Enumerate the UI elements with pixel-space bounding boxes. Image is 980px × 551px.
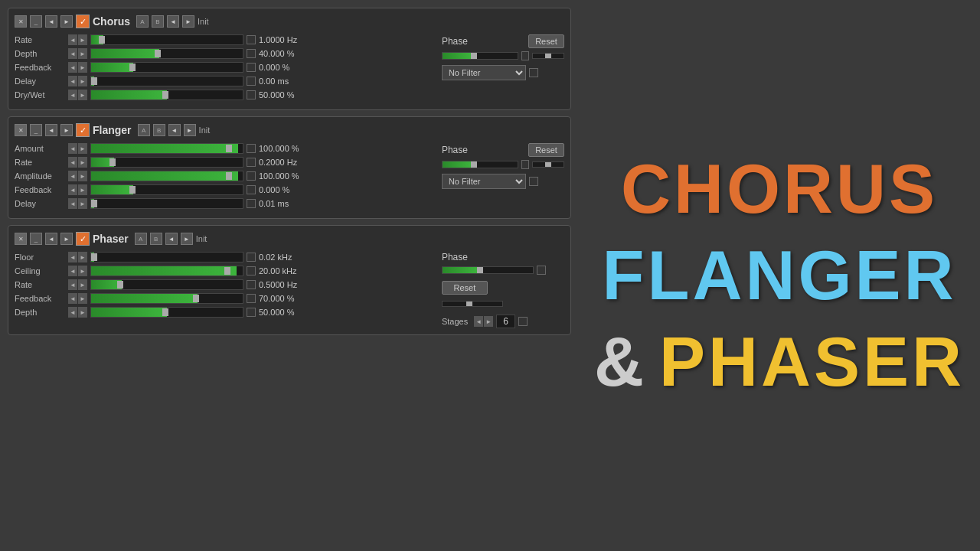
chorus-phase-slider[interactable] [442,52,518,60]
chorus-rate-dec[interactable]: ◄ [68,34,77,45]
phaser-feedback-checkbox[interactable] [247,294,256,303]
flanger-filter-select[interactable]: No Filter [442,174,526,189]
phaser-enable-checkbox[interactable]: ✓ [76,232,90,246]
flanger-a-button[interactable]: A [138,124,150,136]
chorus-phase-checkbox[interactable] [521,51,529,60]
flanger-filter-checkbox[interactable] [529,177,538,186]
phaser-ceiling-checkbox[interactable] [247,266,256,276]
chorus-drywet-slider[interactable] [90,90,243,100]
phaser-rate-dec[interactable]: ◄ [68,279,77,290]
phaser-rate-slider[interactable] [90,279,243,290]
chorus-feedback-checkbox[interactable] [247,63,256,72]
chorus-arrow-right[interactable]: ► [182,15,194,28]
phaser-feedback-dec[interactable]: ◄ [68,293,77,304]
phaser-ceiling-dec[interactable]: ◄ [68,266,77,276]
chorus-arrow-left[interactable]: ◄ [167,15,179,28]
chorus-delay-checkbox[interactable] [247,77,256,86]
flanger-delay-inc[interactable]: ► [78,198,87,209]
flanger-amplitude-inc[interactable]: ► [78,171,87,181]
chorus-drywet-dec[interactable]: ◄ [68,90,77,100]
chorus-drywet-inc[interactable]: ► [78,90,87,100]
chorus-phase-small-slider[interactable] [532,53,564,59]
flanger-amount-inc[interactable]: ► [78,143,87,154]
chorus-b-button[interactable]: B [152,15,164,28]
flanger-arrow-left[interactable]: ◄ [168,124,181,136]
flanger-feedback-checkbox[interactable] [247,185,256,194]
chorus-prev-button[interactable]: ◄ [45,15,57,28]
flanger-rate-checkbox[interactable] [247,158,256,167]
chorus-enable-checkbox[interactable]: ✓ [76,15,90,28]
flanger-arrow-right[interactable]: ► [184,124,196,136]
phaser-arrow-left[interactable]: ◄ [165,233,178,245]
flanger-reset-button[interactable]: Reset [528,143,564,157]
chorus-filter-checkbox[interactable] [529,68,538,77]
flanger-delay-dec[interactable]: ◄ [68,198,77,209]
flanger-minimize-button[interactable]: _ [30,124,42,136]
phaser-a-button[interactable]: A [135,233,147,245]
phaser-rate-inc[interactable]: ► [78,279,87,290]
phaser-arrow-right[interactable]: ► [181,233,193,245]
phaser-depth-checkbox[interactable] [247,308,256,317]
flanger-prev-button[interactable]: ◄ [45,124,57,136]
flanger-feedback-dec[interactable]: ◄ [68,184,77,195]
chorus-feedback-inc[interactable]: ► [78,62,87,73]
flanger-amount-dec[interactable]: ◄ [68,143,77,154]
phaser-prev-button[interactable]: ◄ [45,233,57,245]
flanger-delay-checkbox[interactable] [247,199,256,208]
phaser-phase-small-slider[interactable] [442,301,503,307]
phaser-floor-dec[interactable]: ◄ [68,252,77,262]
chorus-depth-checkbox[interactable] [247,49,256,58]
flanger-feedback-slider[interactable] [90,184,243,195]
chorus-close-button[interactable]: ✕ [15,15,27,28]
phaser-next-button[interactable]: ► [60,233,73,245]
flanger-init-label[interactable]: Init [199,126,211,135]
chorus-a-button[interactable]: A [136,15,149,28]
flanger-phase-slider[interactable] [442,161,518,168]
phaser-feedback-inc[interactable]: ► [78,293,87,304]
phaser-b-button[interactable]: B [150,233,162,245]
flanger-amount-checkbox[interactable] [247,144,256,153]
phaser-depth-slider[interactable] [90,307,243,318]
phaser-phase-checkbox[interactable] [537,266,546,275]
flanger-amount-slider[interactable] [90,143,243,154]
flanger-rate-inc[interactable]: ► [78,157,87,168]
phaser-reset-button[interactable]: Reset [442,281,488,295]
phaser-ceiling-slider[interactable] [90,266,243,276]
phaser-rate-checkbox[interactable] [247,280,256,289]
phaser-stages-inc[interactable]: ► [484,316,493,327]
flanger-b-button[interactable]: B [153,124,165,136]
chorus-delay-inc[interactable]: ► [78,76,87,86]
chorus-rate-slider[interactable] [90,34,243,45]
flanger-amplitude-dec[interactable]: ◄ [68,171,77,181]
flanger-phase-checkbox[interactable] [521,160,529,169]
chorus-reset-button[interactable]: Reset [528,34,564,48]
phaser-depth-inc[interactable]: ► [78,307,87,318]
flanger-rate-slider[interactable] [90,157,243,168]
chorus-feedback-dec[interactable]: ◄ [68,62,77,73]
phaser-init-label[interactable]: Init [196,234,207,243]
flanger-delay-slider[interactable] [90,198,243,209]
phaser-stages-dec[interactable]: ◄ [474,316,483,327]
chorus-depth-slider[interactable] [90,48,243,59]
flanger-amplitude-checkbox[interactable] [247,171,256,181]
phaser-phase-slider[interactable] [442,266,534,274]
chorus-rate-checkbox[interactable] [247,35,256,44]
chorus-rate-inc[interactable]: ► [78,34,87,45]
chorus-depth-dec[interactable]: ◄ [68,48,77,59]
chorus-depth-inc[interactable]: ► [78,48,87,59]
chorus-init-label[interactable]: Init [198,17,209,26]
flanger-amplitude-slider[interactable] [90,171,243,181]
phaser-minimize-button[interactable]: _ [30,233,42,245]
flanger-feedback-inc[interactable]: ► [78,184,87,195]
flanger-enable-checkbox[interactable]: ✓ [76,123,90,137]
phaser-depth-dec[interactable]: ◄ [68,307,77,318]
phaser-close-button[interactable]: ✕ [15,233,27,245]
chorus-minimize-button[interactable]: _ [30,15,42,28]
phaser-stages-checkbox[interactable] [518,317,528,326]
phaser-floor-inc[interactable]: ► [78,252,87,262]
chorus-filter-select[interactable]: No Filter [442,65,526,80]
chorus-next-button[interactable]: ► [60,15,73,28]
chorus-delay-slider[interactable] [90,76,243,86]
flanger-rate-dec[interactable]: ◄ [68,157,77,168]
phaser-floor-slider[interactable] [90,252,243,262]
